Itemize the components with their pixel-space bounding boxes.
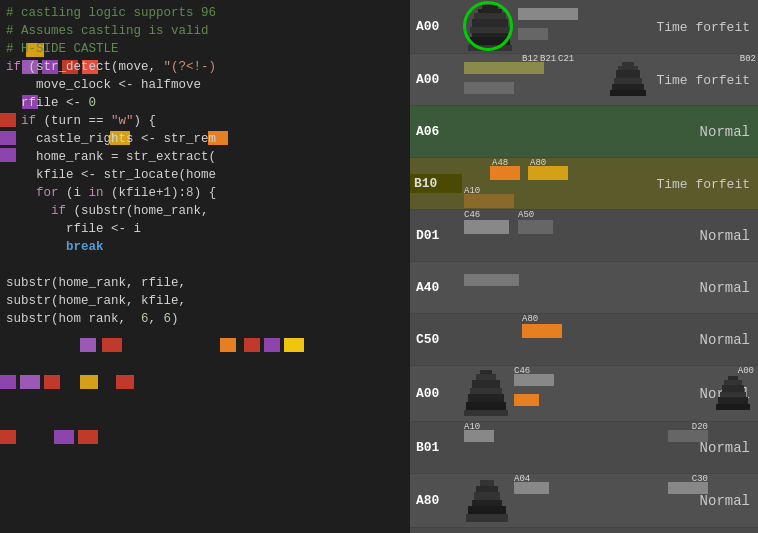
mini-label-c21: C21 (558, 54, 574, 64)
bar-seg-r4c (464, 194, 514, 208)
svg-rect-7 (468, 45, 512, 51)
analysis-panel: A00 Time forfeit A00 (410, 0, 758, 533)
svg-rect-16 (472, 380, 500, 388)
svg-rect-18 (468, 394, 504, 402)
chess-piece-bishop-r2 (608, 60, 648, 100)
mini-label-b12: B12 (522, 54, 538, 64)
svg-rect-22 (724, 380, 742, 385)
row-status-3: Normal (618, 124, 758, 140)
block-b01-break (80, 338, 96, 352)
svg-rect-5 (472, 33, 508, 37)
row-status-6: Normal (618, 280, 758, 296)
analysis-row-7: C50 A80 Normal (410, 314, 758, 366)
block-d06-b (116, 375, 134, 389)
row-status-7: Normal (618, 332, 758, 348)
svg-rect-15 (476, 374, 496, 380)
analysis-row-11: A84 Normal (410, 528, 758, 533)
block-d02-b2 (0, 430, 16, 444)
bar-seg-r10a (514, 482, 549, 494)
svg-rect-29 (474, 492, 500, 500)
bar-seg-r5a (464, 220, 509, 234)
row-bars-11 (462, 528, 758, 533)
svg-rect-11 (614, 78, 642, 84)
bar-seg-r5b (518, 220, 553, 234)
bar-seg-r8b (514, 394, 539, 406)
analysis-row-6: A40 Normal (410, 262, 758, 314)
row-label-8: A00 (410, 386, 462, 401)
row-status-1: Time forfeit (618, 19, 758, 34)
analysis-row-1: A00 Time forfeit (410, 0, 758, 54)
bar-seg-r1b (518, 28, 548, 40)
code-editor: # castling logic supports 96 # Assumes c… (0, 0, 410, 533)
row-status-10: Normal (618, 493, 758, 509)
chess-piece-bishop-r8b (716, 374, 756, 414)
analysis-row-4: B10 A48 A80 A10 Time forfeit (410, 158, 758, 210)
mini-label-a50-r5: A50 (518, 210, 534, 220)
svg-rect-31 (468, 506, 506, 514)
bar-seg-r4a (490, 166, 520, 180)
analysis-row-10: A80 A04 C30 Normal (410, 474, 758, 528)
block-d04-break (264, 338, 280, 352)
row-status-5: Normal (618, 228, 758, 244)
analysis-row-5: D01 C46 A50 Normal (410, 210, 758, 262)
code-text-block: # castling logic supports 96 # Assumes c… (0, 0, 222, 332)
svg-rect-14 (480, 370, 492, 374)
block-yellow-break (284, 338, 304, 352)
row-status-9: Normal (618, 440, 758, 456)
svg-rect-2 (474, 13, 506, 19)
svg-rect-8 (622, 62, 634, 66)
row-label-9: B01 (410, 440, 462, 455)
svg-rect-23 (722, 385, 744, 392)
svg-rect-1 (478, 9, 502, 13)
svg-rect-17 (470, 388, 502, 394)
block-red-b (44, 375, 60, 389)
block-purple-b (20, 375, 40, 389)
svg-rect-24 (720, 392, 746, 397)
bar-seg-r7a (522, 324, 562, 338)
bar-seg-r6a (464, 274, 519, 286)
bar-seg-r8a (514, 374, 554, 386)
row-label-10: A80 (410, 493, 462, 508)
row-status-4: Time forfeit (618, 176, 758, 191)
block-a45-b (80, 375, 98, 389)
mini-label-a80-r7: A80 (522, 314, 538, 324)
row-label-1: A00 (410, 19, 462, 34)
block-c50-break (102, 338, 122, 352)
row-label-3: A06 (410, 124, 462, 139)
block-a40-b2 (54, 430, 74, 444)
svg-rect-0 (482, 5, 498, 9)
svg-rect-28 (476, 486, 498, 492)
row-label-2: A00 (410, 72, 462, 87)
chess-piece-bishop-r8 (464, 368, 512, 420)
svg-rect-30 (472, 500, 502, 506)
analysis-row-2: A00 B12 B21 C21 B02 Time forfeit (410, 54, 758, 106)
block-c25-break2 (220, 338, 236, 352)
svg-rect-21 (728, 376, 738, 380)
mini-label-c46-r5: C46 (464, 210, 480, 220)
analysis-row-8: A00 C46 A00 Nor (410, 366, 758, 422)
analysis-row-9: B01 A10 D20 Normal (410, 422, 758, 474)
svg-rect-4 (470, 27, 510, 33)
svg-rect-27 (480, 480, 494, 486)
svg-rect-19 (466, 402, 506, 410)
bar-seg-r2b (464, 82, 514, 94)
svg-rect-32 (466, 514, 508, 522)
row-label-4: B10 (410, 174, 462, 193)
bar-seg-r9a (464, 430, 494, 442)
bar-seg-r4b (528, 166, 568, 180)
svg-rect-26 (716, 404, 750, 410)
row-label-5: D01 (410, 228, 462, 243)
mini-label-b02: B02 (740, 54, 756, 64)
block-c40-b2 (78, 430, 98, 444)
svg-rect-12 (612, 84, 644, 90)
block-a00-bottom (0, 375, 16, 389)
svg-rect-25 (718, 397, 748, 404)
analysis-row-3: A06 Normal (410, 106, 758, 158)
svg-rect-20 (464, 410, 508, 416)
code-content: # castling logic supports 96 # Assumes c… (0, 0, 410, 533)
svg-rect-6 (470, 37, 510, 45)
svg-rect-10 (616, 70, 640, 78)
row-label-6: A40 (410, 280, 462, 295)
chess-piece-king (464, 1, 516, 53)
svg-rect-13 (610, 90, 646, 96)
